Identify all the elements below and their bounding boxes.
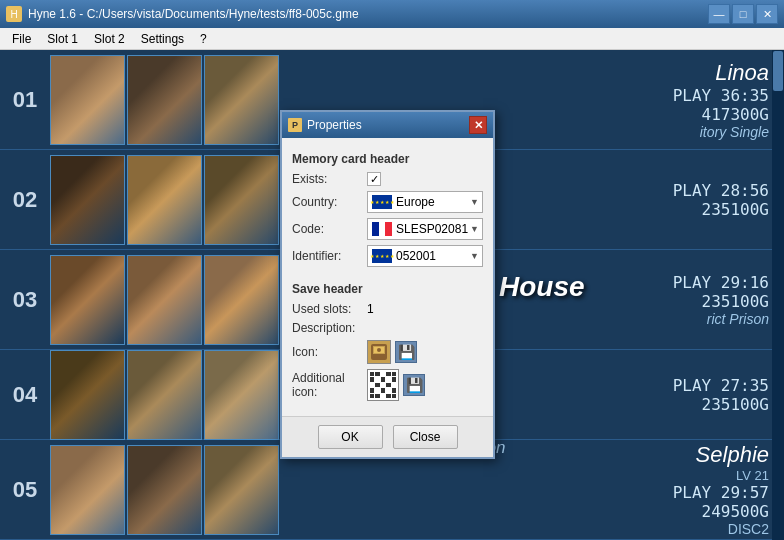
icon-row: Icon: 💾 (292, 340, 483, 364)
dialog-close-button[interactable]: ✕ (469, 116, 487, 134)
menu-settings[interactable]: Settings (133, 30, 192, 48)
identifier-dropdown-arrow-icon: ▼ (470, 251, 479, 261)
icon-save-button[interactable]: 💾 (395, 341, 417, 363)
dialog-titlebar: P Properties ✕ (282, 112, 493, 138)
exists-checkbox[interactable]: ✓ (367, 172, 381, 186)
icon-preview (367, 340, 391, 364)
additional-icon-row: Additional icon: 💾 (292, 369, 483, 401)
close-button[interactable]: Close (393, 425, 458, 449)
identifier-control: ★★★★★ 052001 ▼ (367, 245, 483, 267)
title-bar: H Hyne 1.6 - C:/Users/vista/Documents/Hy… (0, 0, 784, 28)
menu-slot2[interactable]: Slot 2 (86, 30, 133, 48)
icon-controls: 💾 (367, 340, 417, 364)
ok-button[interactable]: OK (318, 425, 383, 449)
eu-flag-icon: ★★★★★ (372, 195, 392, 209)
identifier-flag-icon: ★★★★★ (372, 249, 392, 263)
identifier-label: Identifier: (292, 249, 367, 263)
divider-1 (292, 272, 483, 278)
icon-svg (369, 342, 389, 362)
save-header-label: Save header (292, 282, 483, 296)
identifier-dropdown[interactable]: ★★★★★ 052001 ▼ (367, 245, 483, 267)
window-close-button[interactable]: ✕ (756, 4, 778, 24)
code-label: Code: (292, 222, 367, 236)
additional-icon-controls: 💾 (367, 369, 425, 401)
dialog-buttons: OK Close (282, 416, 493, 457)
used-slots-label: Used slots: (292, 302, 367, 316)
exists-label: Exists: (292, 172, 367, 186)
icon-label: Icon: (292, 345, 367, 359)
additional-icon-label: Additional icon: (292, 371, 367, 399)
dropdown-arrow-icon: ▼ (470, 197, 479, 207)
dialog-content: Memory card header Exists: ✓ Country: ★★… (282, 138, 493, 416)
country-control: ★★★★★ Europe ▼ (367, 191, 483, 213)
fr-flag-icon (372, 222, 392, 236)
memory-card-header-label: Memory card header (292, 152, 483, 166)
app-icon: H (6, 6, 22, 22)
code-control: SLESP02081 ▼ (367, 218, 483, 240)
properties-dialog: P Properties ✕ Memory card header Exists… (280, 110, 495, 459)
additional-icon-save-button[interactable]: 💾 (403, 374, 425, 396)
description-label: Description: (292, 321, 367, 335)
window-controls: — □ ✕ (708, 4, 778, 24)
country-label: Country: (292, 195, 367, 209)
exists-control: ✓ (367, 172, 483, 186)
menu-help[interactable]: ? (192, 30, 215, 48)
window-title: Hyne 1.6 - C:/Users/vista/Documents/Hyne… (28, 7, 708, 21)
menu-bar: File Slot 1 Slot 2 Settings ? (0, 28, 784, 50)
menu-slot1[interactable]: Slot 1 (39, 30, 86, 48)
dialog-icon: P (288, 118, 302, 132)
code-row: Code: SLESP02081 ▼ (292, 218, 483, 240)
exists-row: Exists: ✓ (292, 172, 483, 186)
identifier-value: 052001 (396, 249, 436, 263)
country-row: Country: ★★★★★ Europe ▼ (292, 191, 483, 213)
description-row: Description: (292, 321, 483, 335)
menu-file[interactable]: File (4, 30, 39, 48)
dialog-title: Properties (307, 118, 469, 132)
maximize-button[interactable]: □ (732, 4, 754, 24)
country-value: Europe (396, 195, 435, 209)
used-slots-value: 1 (367, 302, 374, 316)
used-slots-row: Used slots: 1 (292, 302, 483, 316)
code-dropdown-arrow-icon: ▼ (470, 224, 479, 234)
country-dropdown[interactable]: ★★★★★ Europe ▼ (367, 191, 483, 213)
dialog-overlay: P Properties ✕ Memory card header Exists… (0, 50, 784, 540)
code-value: SLESP02081 (396, 222, 468, 236)
main-content: 01 Linoa PLAY 36:35 417300G itory Single… (0, 50, 784, 540)
code-dropdown[interactable]: SLESP02081 ▼ (367, 218, 483, 240)
additional-icon-preview (367, 369, 399, 401)
svg-point-3 (377, 348, 381, 352)
identifier-row: Identifier: ★★★★★ 052001 ▼ (292, 245, 483, 267)
minimize-button[interactable]: — (708, 4, 730, 24)
